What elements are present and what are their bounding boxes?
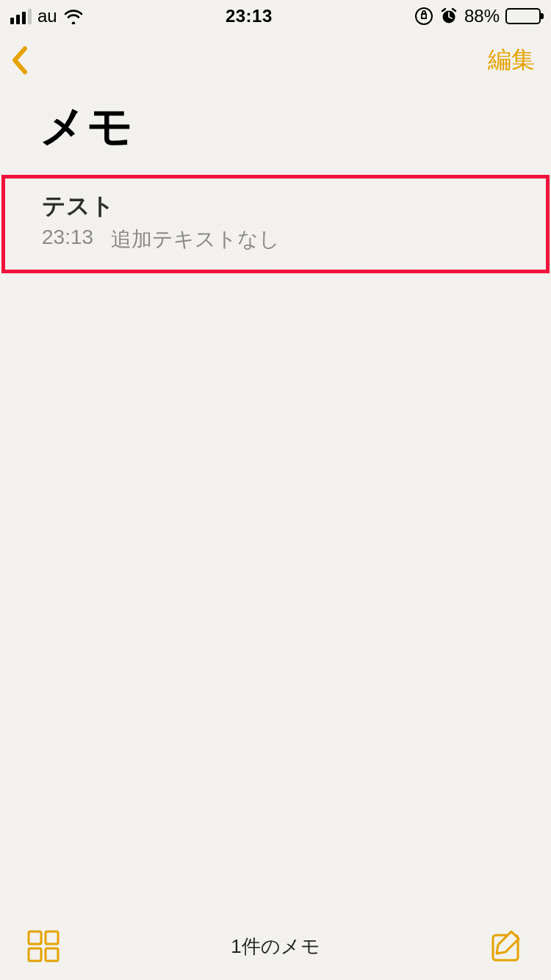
grid-icon [26, 929, 60, 963]
status-bar: au 23:13 88% [0, 0, 551, 32]
alarm-icon [439, 7, 458, 26]
note-item[interactable]: テスト 23:13 追加テキストなし [1, 175, 550, 273]
compose-icon [489, 929, 525, 964]
wifi-icon [63, 8, 84, 24]
carrier-label: au [37, 6, 57, 26]
back-button[interactable] [10, 44, 31, 76]
notes-count-label: 1件のメモ [0, 934, 551, 959]
status-bar-right: 88% [414, 6, 541, 26]
orientation-lock-icon [414, 7, 433, 26]
edit-button[interactable]: 編集 [488, 44, 535, 76]
page-title: メモ [0, 88, 551, 175]
note-subline: 23:13 追加テキストなし [42, 226, 512, 253]
notes-list: テスト 23:13 追加テキストなし [0, 175, 551, 273]
note-title: テスト [42, 190, 512, 223]
note-excerpt: 追加テキストなし [111, 226, 280, 253]
svg-rect-5 [46, 948, 58, 961]
svg-rect-2 [29, 932, 41, 944]
bottom-toolbar: 1件のメモ [0, 912, 551, 980]
battery-icon [505, 8, 541, 24]
svg-rect-4 [29, 948, 41, 961]
note-time: 23:13 [42, 226, 93, 253]
gallery-view-button[interactable] [26, 929, 60, 963]
status-bar-left: au [10, 6, 84, 26]
chevron-left-icon [10, 44, 31, 76]
status-bar-time: 23:13 [226, 6, 273, 26]
battery-percentage: 88% [464, 6, 500, 26]
nav-bar: 編集 [0, 32, 551, 88]
compose-button[interactable] [489, 929, 525, 964]
cellular-signal-icon [10, 9, 32, 24]
svg-rect-3 [46, 932, 58, 944]
